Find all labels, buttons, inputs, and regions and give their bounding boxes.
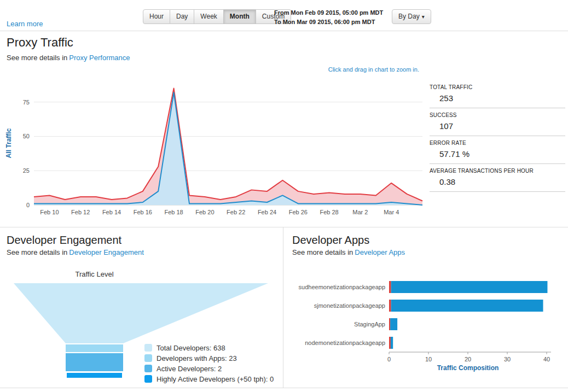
svg-text:Feb 10: Feb 10 [40, 209, 59, 215]
zoom-hint: Click and drag in chart to zoom in. [328, 66, 419, 73]
svg-text:Feb 24: Feb 24 [258, 209, 276, 215]
stat-value: 57.71 % [430, 149, 565, 159]
svg-text:Feb 14: Feb 14 [102, 209, 121, 215]
svg-text:10: 10 [425, 356, 432, 362]
svg-text:sjmonetizationpackageapp: sjmonetizationpackageapp [314, 302, 385, 309]
stat-label: ERROR RATE [430, 140, 565, 146]
legend-swatch [144, 365, 152, 372]
proxy-traffic-section: Proxy Traffic See more details inProxy P… [0, 31, 568, 227]
legend-label: Developers with Apps: 23 [157, 354, 237, 362]
svg-text:25: 25 [23, 167, 30, 174]
stat-error-rate: ERROR RATE 57.71 % [430, 136, 565, 164]
stat-value: 107 [430, 121, 565, 131]
developer-engagement-section: Developer Engagement See more details in… [0, 227, 283, 388]
svg-text:75: 75 [23, 99, 30, 106]
svg-text:30: 30 [504, 356, 511, 362]
stat-value: 0.38 [430, 177, 565, 186]
svg-text:0: 0 [387, 356, 391, 362]
proxy-details-line: See more details inProxy Performance [7, 54, 130, 62]
stat-avg-tph: AVERAGE TRANSACTIONS PER HOUR 0.38 [430, 164, 565, 192]
apps-details-line: See more details inDeveloper Apps [292, 248, 405, 256]
proxy-traffic-chart[interactable]: 0255075Feb 10Feb 12Feb 14Feb 16Feb 18Feb… [0, 75, 432, 221]
range-button-month[interactable]: Month [224, 9, 256, 24]
funnel-legend-item: Highly Active Developers (+50 tph): 0 [144, 375, 274, 383]
developer-engagement-link[interactable]: Developer Engagement [69, 248, 144, 256]
svg-text:Mar 4: Mar 4 [384, 209, 399, 215]
range-button-week[interactable]: Week [194, 9, 223, 24]
funnel-legend-item: Developers with Apps: 23 [144, 354, 274, 362]
legend-label: Highly Active Developers (+50 tph): 0 [157, 375, 274, 383]
date-to: To Mon Mar 09 2015, 06:00 pm MDT [274, 17, 383, 27]
dashboard-page: Learn more Hour Day Week Month Custom Fr… [0, 0, 568, 392]
details-prefix: See more details in [7, 248, 67, 256]
svg-text:Feb 16: Feb 16 [134, 209, 152, 215]
svg-text:40: 40 [543, 356, 550, 362]
svg-text:StagingApp: StagingApp [354, 321, 385, 327]
engagement-details-line: See more details inDeveloper Engagement [7, 248, 144, 256]
range-button-hour[interactable]: Hour [143, 9, 170, 24]
svg-text:Feb 28: Feb 28 [320, 209, 338, 215]
proxy-performance-link[interactable]: Proxy Performance [69, 54, 130, 62]
funnel-legend-item: Active Developers: 2 [144, 365, 274, 373]
details-prefix: See more details in [7, 54, 67, 62]
svg-text:All Traffic: All Traffic [5, 128, 13, 158]
developer-apps-chart[interactable]: 010203040sudheemonetizationpackageappsjm… [288, 271, 564, 376]
svg-text:Feb 22: Feb 22 [227, 209, 245, 215]
funnel-legend: Total Developers: 638Developers with App… [144, 344, 274, 385]
svg-text:0: 0 [26, 202, 30, 208]
svg-text:Feb 20: Feb 20 [195, 209, 214, 215]
svg-text:sudheemonetizationpackageapp: sudheemonetizationpackageapp [299, 284, 385, 290]
stat-success: SUCCESS 107 [430, 108, 565, 136]
developer-apps-section: Developer Apps See more details inDevelo… [283, 227, 568, 388]
date-range: From Mon Feb 09 2015, 05:00 pm MDT To Mo… [274, 8, 383, 26]
proxy-traffic-title: Proxy Traffic [7, 36, 73, 50]
details-prefix: See more details in [292, 248, 353, 256]
proxy-stats-panel: TOTAL TRAFFIC 253 SUCCESS 107 ERROR RATE… [430, 80, 565, 192]
date-from: From Mon Feb 09 2015, 05:00 pm MDT [274, 8, 383, 17]
svg-text:Mar 2: Mar 2 [352, 209, 368, 215]
legend-label: Active Developers: 2 [157, 365, 222, 373]
granularity-dropdown[interactable]: By Day▾ [392, 9, 431, 24]
legend-label: Total Developers: 638 [157, 344, 225, 352]
learn-more-link[interactable]: Learn more [7, 20, 43, 28]
svg-text:nodemonetizationpackageapp: nodemonetizationpackageapp [305, 340, 385, 346]
top-bar: Learn more Hour Day Week Month Custom Fr… [0, 0, 568, 31]
svg-text:20: 20 [465, 356, 471, 362]
developer-apps-title: Developer Apps [292, 234, 369, 247]
time-range-button-group: Hour Day Week Month Custom [143, 9, 291, 24]
legend-swatch [144, 354, 152, 362]
legend-swatch [144, 375, 152, 383]
funnel-title: Traffic Level [0, 270, 189, 278]
svg-text:Feb 12: Feb 12 [71, 209, 90, 215]
stat-total-traffic: TOTAL TRAFFIC 253 [430, 80, 565, 108]
stat-label: TOTAL TRAFFIC [430, 84, 565, 90]
stat-value: 253 [430, 93, 565, 103]
stat-label: AVERAGE TRANSACTIONS PER HOUR [430, 168, 565, 174]
bottom-row: Developer Engagement See more details in… [0, 227, 568, 388]
svg-text:50: 50 [23, 133, 30, 139]
granularity-label: By Day [398, 13, 420, 20]
developer-apps-link[interactable]: Developer Apps [355, 248, 405, 256]
range-button-day[interactable]: Day [170, 9, 194, 24]
legend-swatch [144, 344, 152, 352]
svg-text:Feb 26: Feb 26 [289, 209, 308, 215]
caret-down-icon: ▾ [422, 14, 425, 20]
svg-text:Traffic Composition: Traffic Composition [437, 364, 499, 372]
svg-text:Feb 18: Feb 18 [164, 209, 183, 215]
developer-engagement-title: Developer Engagement [7, 234, 121, 247]
stat-label: SUCCESS [430, 112, 565, 118]
funnel-legend-item: Total Developers: 638 [144, 344, 274, 352]
